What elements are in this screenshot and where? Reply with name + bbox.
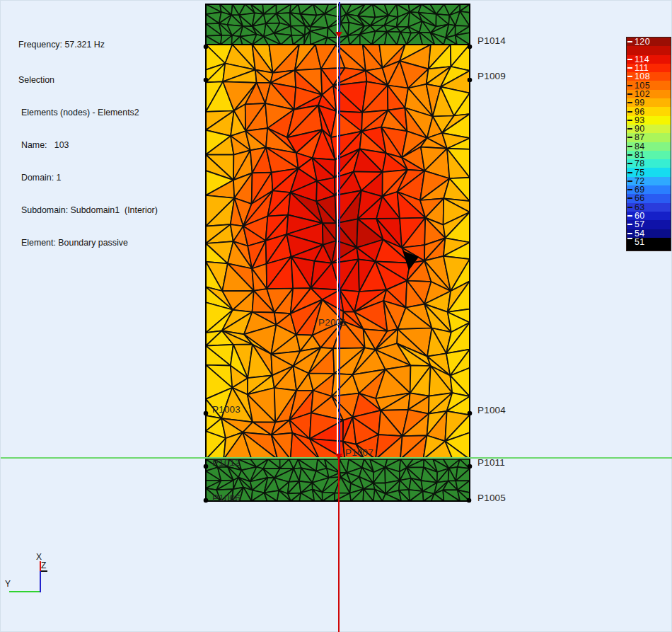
legend-tick — [627, 102, 632, 103]
legend-value: 72 — [635, 177, 645, 185]
legend-value: 111 — [635, 64, 649, 72]
node-dot — [204, 411, 209, 416]
legend-tick — [627, 85, 632, 86]
legend-tick — [627, 233, 632, 234]
node-dot — [204, 498, 209, 503]
legend-tick — [627, 50, 632, 51]
legend-value: 114 — [635, 55, 649, 64]
node-dot — [204, 78, 209, 83]
legend-band: 57 — [627, 220, 671, 229]
legend-value: 120 — [635, 38, 650, 46]
point-label-p1012: P1012 — [212, 457, 241, 468]
source-marker-top — [335, 32, 342, 38]
selection-title: Selection — [18, 75, 158, 86]
scene-axis-line-red — [338, 458, 340, 632]
selection-domain-line: Domain: 1 — [18, 173, 158, 183]
legend-tick — [627, 67, 632, 69]
legend-band: 63 — [627, 203, 671, 212]
legend-tick — [627, 163, 632, 164]
node-dot — [468, 464, 473, 469]
node-dot — [468, 78, 473, 83]
legend-band: 114 — [627, 55, 671, 64]
viewport-3d[interactable]: Frequency: 57.321 Hz Selection Elements … — [0, 0, 672, 632]
legend-value: 102 — [635, 90, 650, 98]
legend-band: 84 — [627, 142, 671, 151]
legend-value: 69 — [635, 185, 645, 194]
legend-band: 96 — [627, 107, 671, 115]
legend-value: 51 — [635, 238, 645, 246]
legend-value: 54 — [635, 229, 645, 238]
legend-value: 87 — [635, 133, 645, 142]
legend-tick — [627, 180, 632, 182]
selection-element-line: Element: Boundary passive — [18, 238, 158, 248]
legend-band: 66 — [627, 194, 671, 202]
legend-tick — [627, 207, 632, 208]
legend-band — [627, 46, 671, 54]
node-dot — [204, 464, 209, 469]
node-dot — [204, 45, 209, 50]
legend-band: 78 — [627, 159, 671, 168]
legend-value: 57 — [635, 220, 645, 229]
legend-tick — [627, 41, 632, 42]
legend-band: 81 — [627, 151, 671, 159]
legend-value: 93 — [635, 116, 645, 125]
legend-value: 84 — [635, 142, 645, 151]
symmetry-axis-line-blue — [339, 2, 340, 458]
point-label-p2001: P2001 — [318, 317, 347, 328]
selection-subdomain-line: Subdomain: Subdomain1 (Interior) — [18, 205, 158, 216]
legend-tick — [627, 59, 632, 60]
legend-band: 69 — [627, 185, 671, 194]
point-label-p1007: P1007 — [345, 447, 373, 458]
legend-value: 108 — [635, 72, 650, 81]
legend-band: 111 — [627, 64, 671, 72]
legend-band: 102 — [627, 90, 671, 98]
node-dot — [468, 45, 473, 50]
legend-value: 63 — [635, 203, 645, 212]
info-panel: Frequency: 57.321 Hz Selection Elements … — [18, 18, 158, 270]
legend-tick — [627, 76, 632, 77]
legend-tick — [627, 172, 632, 173]
legend-tick — [627, 137, 632, 138]
selection-elements-line: Elements (nodes) - Elements2 — [18, 108, 158, 118]
point-label-p1009: P1009 — [477, 71, 506, 81]
legend-tick — [627, 128, 632, 130]
source-marker-bottom — [335, 454, 342, 460]
legend-tick — [627, 215, 632, 217]
legend-band: 120 — [627, 38, 671, 46]
legend-band: 51 — [627, 238, 671, 251]
legend-band: 87 — [627, 133, 671, 142]
triad-z-label: Z — [41, 561, 46, 570]
legend-value: 66 — [635, 194, 645, 202]
legend-band: 60 — [627, 212, 671, 220]
point-label-p1006: P1006 — [212, 493, 241, 503]
legend-tick — [627, 93, 632, 95]
frequency-readout: Frequency: 57.321 Hz — [18, 40, 158, 50]
legend-tick — [627, 146, 632, 147]
legend-value: 60 — [635, 212, 645, 220]
triad-y-label: Y — [5, 579, 11, 589]
point-label-p1003: P1003 — [212, 404, 241, 415]
legend-band: 108 — [627, 72, 671, 81]
triad-y-axis — [9, 591, 40, 592]
point-label-p1005: P1005 — [477, 493, 506, 503]
legend-value: 75 — [635, 168, 645, 177]
legend-band: 72 — [627, 177, 671, 185]
legend-tick — [627, 111, 632, 113]
legend-value: 105 — [635, 81, 650, 90]
legend-tick — [627, 238, 632, 239]
legend-band: 99 — [627, 98, 671, 107]
symmetry-axis-line-white — [337, 2, 338, 458]
triad-z-dash — [41, 570, 47, 572]
legend-band: 75 — [627, 168, 671, 176]
legend-tick — [627, 189, 632, 190]
legend-tick — [627, 224, 632, 225]
legend-band: 105 — [627, 81, 671, 89]
legend-band: 54 — [627, 229, 671, 238]
legend-value: 90 — [635, 125, 645, 133]
point-label-p1014: P1014 — [477, 35, 506, 46]
legend-tick — [627, 197, 632, 199]
legend-tick — [627, 154, 632, 156]
point-label-p1011: P1011 — [477, 457, 505, 468]
node-dot — [468, 411, 473, 416]
legend-value: 78 — [635, 159, 645, 168]
